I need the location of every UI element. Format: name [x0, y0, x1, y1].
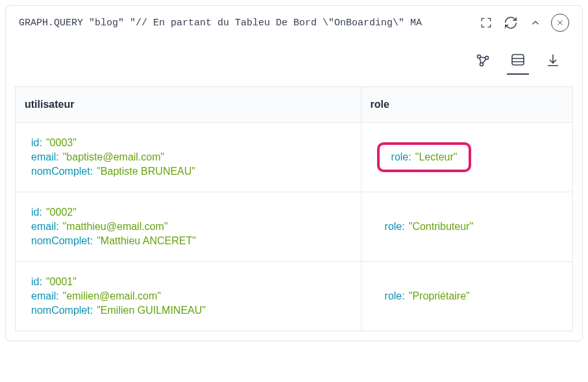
- value: "baptiste@email.com": [63, 151, 165, 162]
- key: role:: [385, 221, 405, 232]
- value: "Emilien GUILMINEAU": [97, 305, 206, 316]
- kv-row: email:"emilien@email.com": [31, 290, 345, 302]
- value: "Baptiste BRUNEAU": [97, 166, 195, 177]
- close-icon[interactable]: [551, 14, 569, 32]
- value: "emilien@email.com": [63, 290, 161, 301]
- results-table: utilisateur role id:"0003"email:"baptist…: [15, 86, 573, 331]
- graph-view-icon[interactable]: [472, 46, 494, 75]
- svg-point-0: [478, 55, 481, 58]
- value: "0002": [46, 207, 77, 218]
- value: "Contributeur": [409, 221, 473, 232]
- key: role:: [385, 290, 405, 301]
- value: "matthieu@email.com": [63, 221, 168, 232]
- key: nomComplet:: [31, 305, 93, 316]
- kv-row: nomComplet:"Baptiste BRUNEAU": [31, 166, 345, 177]
- kv-row: id:"0003": [31, 137, 345, 149]
- value: "0001": [46, 276, 77, 287]
- cell-role: role:"Contributeur": [361, 192, 572, 262]
- view-toolbar: [6, 40, 582, 86]
- cell-role: role:"Propriétaire": [361, 262, 572, 331]
- download-icon[interactable]: [542, 46, 564, 75]
- value: "Matthieu ANCERET": [97, 235, 196, 246]
- col-header-user: utilisateur: [16, 87, 361, 123]
- value: "Propriétaire": [409, 290, 470, 301]
- value: "Lecteur": [415, 151, 458, 162]
- key: nomComplet:: [31, 166, 93, 177]
- topbar: GRAPH.QUERY "blog" "// En partant du Tab…: [6, 6, 582, 40]
- value: "0003": [46, 137, 77, 148]
- key: id:: [31, 276, 42, 287]
- key: id:: [31, 137, 42, 148]
- fullscreen-icon[interactable]: [477, 14, 495, 32]
- cell-utilisateur: id:"0003"email:"baptiste@email.com"nomCo…: [16, 123, 361, 192]
- role-inner: role:"Propriétaire": [377, 290, 557, 302]
- key: role:: [391, 151, 411, 162]
- cell-utilisateur: id:"0001"email:"emilien@email.com"nomCom…: [16, 262, 361, 331]
- kv-row: id:"0002": [31, 207, 345, 218]
- kv-row: nomComplet:"Emilien GUILMINEAU": [31, 305, 345, 316]
- col-header-role: role: [361, 87, 572, 123]
- result-card: GRAPH.QUERY "blog" "// En partant du Tab…: [5, 5, 583, 341]
- kv-row: email:"matthieu@email.com": [31, 221, 345, 233]
- cell-utilisateur: id:"0002"email:"matthieu@email.com"nomCo…: [16, 192, 361, 262]
- key: id:: [31, 207, 42, 218]
- table-row: id:"0002"email:"matthieu@email.com"nomCo…: [16, 192, 573, 262]
- table-view-icon[interactable]: [507, 46, 529, 75]
- kv-row: email:"baptiste@email.com": [31, 151, 345, 163]
- table-row: id:"0003"email:"baptiste@email.com"nomCo…: [16, 123, 573, 192]
- table-header-row: utilisateur role: [16, 87, 573, 123]
- key: email:: [31, 290, 59, 301]
- key: email:: [31, 221, 59, 232]
- chevron-up-icon[interactable]: [526, 14, 545, 32]
- query-text: GRAPH.QUERY "blog" "// En partant du Tab…: [19, 18, 471, 29]
- cell-role: role:"Lecteur": [361, 123, 572, 192]
- table-row: id:"0001"email:"emilien@email.com"nomCom…: [16, 262, 573, 331]
- kv-row: id:"0001": [31, 276, 345, 288]
- highlighted-role: role:"Lecteur": [377, 142, 472, 172]
- key: email:: [31, 151, 59, 162]
- kv-row: nomComplet:"Matthieu ANCERET": [31, 235, 345, 247]
- key: nomComplet:: [31, 235, 93, 246]
- role-inner: role:"Contributeur": [377, 221, 557, 233]
- refresh-icon[interactable]: [502, 14, 520, 32]
- svg-rect-3: [512, 55, 524, 65]
